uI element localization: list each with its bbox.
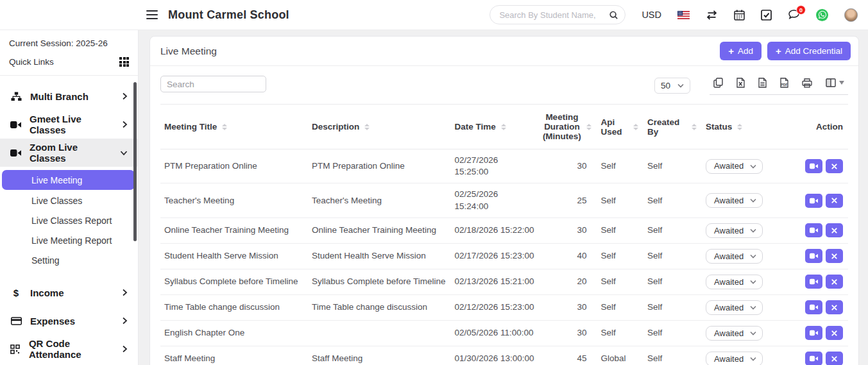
add-credential-button[interactable]: + Add Credential [767, 42, 851, 60]
delete-meeting-button[interactable] [826, 352, 843, 365]
grid-icon[interactable] [119, 57, 129, 67]
sort-icon[interactable] [586, 124, 591, 130]
sidebar-scrollbar[interactable] [133, 82, 137, 241]
action-cell [781, 346, 848, 365]
export-print-icon[interactable] [802, 78, 812, 88]
plus-icon: + [776, 46, 781, 56]
sidebar-item-zoom-live-classes[interactable]: Zoom Live Classes [0, 139, 138, 167]
chevron-down-icon [677, 83, 684, 88]
column-header-status[interactable]: Status [702, 105, 781, 149]
status-cell: Awaited [702, 217, 781, 243]
submenu-item-setting[interactable]: Setting [2, 251, 135, 269]
status-value: Awaited [714, 160, 744, 172]
api-used-cell: Global [597, 346, 643, 365]
table-row: Staff MeetingStaff Meeting01/30/2026 13:… [160, 346, 848, 365]
submenu-item-live-classes-report[interactable]: Live Classes Report [2, 211, 135, 230]
table-search-input[interactable] [160, 76, 266, 92]
delete-meeting-button[interactable] [826, 300, 843, 314]
column-header-description[interactable]: Description [308, 105, 451, 149]
date-time-cell: 01/30/2026 13:00:00 [451, 346, 539, 365]
start-meeting-button[interactable] [805, 275, 822, 289]
search-icon[interactable] [609, 10, 618, 20]
flag-us-icon[interactable] [677, 11, 690, 19]
swap-arrows-icon[interactable] [706, 10, 718, 20]
api-used-cell: Self [597, 294, 643, 320]
status-select[interactable]: Awaited [706, 159, 763, 174]
status-select[interactable]: Awaited [706, 193, 763, 208]
status-select[interactable]: Awaited [706, 223, 763, 238]
add-button[interactable]: + Add [720, 42, 762, 60]
duration-cell: 30 [538, 320, 597, 346]
page-size-select[interactable]: 50 [654, 78, 690, 94]
student-search-input[interactable] [499, 10, 609, 20]
chat-icon[interactable]: 0 [788, 10, 800, 20]
calendar-icon[interactable] [734, 10, 745, 21]
start-meeting-button[interactable] [805, 194, 822, 208]
submenu-item-live-classes[interactable]: Live Classes [2, 191, 135, 210]
currency-label[interactable]: USD [642, 10, 661, 20]
sort-icon[interactable] [364, 124, 370, 130]
delete-meeting-button[interactable] [826, 249, 843, 263]
delete-meeting-button[interactable] [826, 159, 843, 173]
export-buttons: PDF [710, 76, 848, 95]
export-copy-icon[interactable] [713, 78, 723, 88]
table-row: English Chapter One02/05/2026 11:00:0030… [160, 320, 848, 346]
delete-meeting-button[interactable] [826, 326, 843, 340]
sort-icon[interactable] [737, 124, 742, 130]
status-value: Awaited [714, 195, 744, 207]
live-meeting-card: Live Meeting + Add + Add Credential [149, 36, 859, 365]
column-header-meeting-title[interactable]: Meeting Title [160, 105, 308, 149]
delete-meeting-button[interactable] [826, 223, 843, 237]
start-meeting-button[interactable] [805, 326, 822, 340]
status-select[interactable]: Awaited [706, 326, 763, 341]
sidebar-item-multi-branch[interactable]: Multi Branch [0, 82, 138, 110]
status-cell: Awaited [702, 346, 781, 365]
sort-icon[interactable] [222, 124, 227, 130]
task-check-icon[interactable] [761, 10, 772, 21]
user-avatar[interactable] [844, 8, 858, 22]
sidebar-item-label: Zoom Live Classes [30, 142, 112, 164]
start-meeting-button[interactable] [805, 352, 822, 365]
status-select[interactable]: Awaited [706, 300, 763, 315]
start-meeting-button[interactable] [805, 223, 822, 237]
hamburger-menu-icon[interactable] [146, 10, 158, 19]
submenu-item-live-meeting[interactable]: Live Meeting [2, 170, 135, 190]
column-header-meeting-duration-minutes-[interactable]: Meeting Duration (Minutes) [538, 105, 597, 149]
delete-meeting-button[interactable] [826, 194, 843, 208]
created-by-cell: Self [643, 243, 702, 269]
sort-icon[interactable] [633, 124, 638, 130]
table-toolbar: 50 PDF [160, 76, 848, 95]
status-select[interactable]: Awaited [706, 249, 763, 264]
quick-links[interactable]: Quick Links [0, 49, 138, 76]
start-meeting-button[interactable] [805, 300, 822, 314]
sort-icon[interactable] [692, 124, 697, 130]
sidebar-item-qr-code-attendance[interactable]: QR Code Attendance [0, 335, 138, 363]
delete-meeting-button[interactable] [826, 275, 843, 289]
meeting-title-cell: PTM Preparation Online [160, 149, 308, 183]
whatsapp-icon[interactable] [816, 9, 828, 21]
start-meeting-button[interactable] [805, 249, 822, 263]
export-excel-icon[interactable] [736, 78, 745, 88]
description-cell: Staff Meeting [308, 346, 451, 365]
sidebar-item-expenses[interactable]: Expenses [0, 307, 138, 335]
meeting-title-cell: Teacher's Meeting [160, 183, 308, 217]
action-cell [781, 243, 848, 269]
meeting-title-cell: Time Table change discussion [160, 294, 308, 320]
sidebar-item-label: Multi Branch [30, 91, 89, 102]
start-meeting-button[interactable] [805, 159, 822, 173]
status-select[interactable]: Awaited [706, 352, 763, 365]
column-header-date-time[interactable]: Date Time [451, 105, 539, 149]
export-pdf-icon[interactable]: PDF [780, 78, 788, 88]
submenu-item-live-meeting-report[interactable]: Live Meeting Report [2, 231, 135, 250]
status-select[interactable]: Awaited [706, 275, 763, 289]
export-columns-icon[interactable] [826, 78, 844, 87]
sidebar-item-gmeet-live-classes[interactable]: Gmeet Live Classes [0, 110, 138, 139]
sort-icon[interactable] [501, 124, 506, 130]
column-header-api-used[interactable]: Api Used [597, 105, 643, 149]
api-used-cell: Self [597, 149, 643, 183]
export-file-lines-icon[interactable] [758, 78, 767, 88]
column-header-created-by[interactable]: Created By [643, 105, 702, 149]
student-search-box[interactable] [489, 5, 625, 24]
sidebar-item-income[interactable]: $Income [0, 278, 138, 307]
column-label: Action [816, 122, 843, 132]
